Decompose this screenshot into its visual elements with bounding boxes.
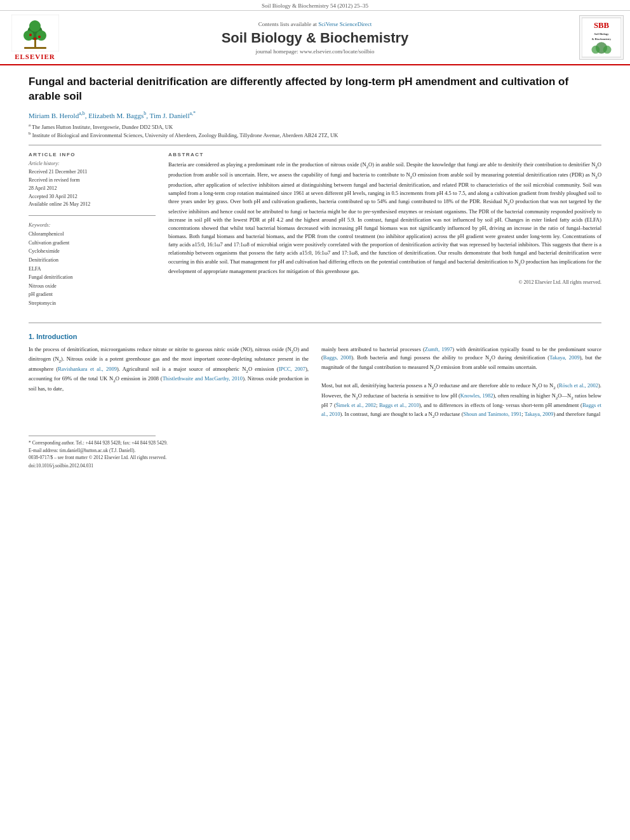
affil-sup-a2: a,* — [189, 110, 196, 116]
contents-text: Contents lists available at — [258, 21, 317, 27]
authors-line: Miriam B. Herolda,b, Elizabeth M. Baggsb… — [29, 110, 601, 119]
svg-point-8 — [34, 37, 36, 40]
abstract-column: ABSTRACT Bacteria are considered as play… — [168, 152, 601, 312]
journal-reference: Soil Biology & Biochemistry 54 (2012) 25… — [262, 3, 368, 9]
svg-point-15 — [592, 46, 600, 54]
ref-rosch[interactable]: Rösch et al., 2002 — [559, 382, 598, 389]
article-content: Fungal and bacterial denitrification are… — [0, 65, 630, 478]
footnotes-area: * Corresponding author. Tel.: +44 844 92… — [29, 436, 601, 469]
sciverse-link[interactable]: SciVerse ScienceDirect — [318, 21, 372, 27]
article-info-label: ARTICLE INFO — [29, 152, 156, 157]
author-miriam: Miriam B. Herold — [29, 112, 79, 119]
kw-cultivation: Cultivation gradient — [29, 239, 156, 248]
ref-baggs2010[interactable]: Baggs et al., 2010 — [379, 402, 419, 408]
keywords-label: Keywords: — [29, 222, 156, 228]
email-note: E-mail address: tim.daniell@hutton.ac.uk… — [29, 447, 601, 454]
affiliation-b: b Institute of Biological and Environmen… — [29, 131, 601, 138]
affil-a-text: The James Hutton Institute, Invergowrie,… — [32, 123, 173, 130]
kw-cycloheximide: Cycloheximide — [29, 247, 156, 256]
open-access-note: 0038-0717/$ – see front matter © 2012 El… — [29, 454, 601, 461]
section-title-text: Introduction — [36, 333, 77, 340]
svg-text:SBB: SBB — [594, 21, 610, 30]
received-line: Received 21 December 2011 — [29, 168, 156, 177]
svg-point-6 — [29, 34, 32, 36]
article-info-abstract-area: ARTICLE INFO Article history: Received 2… — [29, 152, 601, 312]
journal-reference-bar: Soil Biology & Biochemistry 54 (2012) 25… — [0, 0, 630, 11]
svg-point-16 — [603, 46, 612, 54]
kw-denitrification: Denitrification — [29, 256, 156, 265]
svg-point-5 — [29, 20, 41, 32]
intro-col-1: In the process of denitrification, micro… — [29, 345, 309, 420]
svg-point-4 — [36, 30, 46, 41]
article-info-column: ARTICLE INFO Article history: Received 2… — [29, 152, 156, 312]
sup-b: b — [29, 131, 31, 136]
affil-sup-a: a,b — [79, 110, 85, 116]
elsevier-brand-text: ELSEVIER — [15, 53, 55, 60]
ref-zumft[interactable]: Zumft, 1997 — [425, 346, 453, 352]
kw-ph: pH gradient — [29, 290, 156, 299]
ref-thistlethwaite[interactable]: Thistlethwaite and MacGarthy, 2010 — [163, 375, 243, 382]
kw-elfa: ELFA — [29, 265, 156, 274]
affil-b-text: Institute of Biological and Environmenta… — [32, 132, 338, 138]
available-line: Available online 26 May 2012 — [29, 201, 156, 209]
journal-title-area: Contents lists available at SciVerse Sci… — [64, 21, 566, 55]
author-elizabeth: Elizabeth M. Baggs — [88, 112, 144, 119]
page: Soil Biology & Biochemistry 54 (2012) 25… — [0, 0, 630, 840]
svg-point-7 — [38, 36, 41, 38]
keywords-divider — [29, 215, 156, 216]
elsevier-logo-area: ELSEVIER — [6, 15, 64, 60]
divider-1 — [29, 145, 601, 145]
ref-takaya2009a[interactable]: Takaya, 2009 — [549, 354, 580, 361]
sbb-logo-area: SBB Soil Biology & Biochemistry — [566, 15, 624, 60]
sup-a: a — [29, 123, 30, 128]
sciverse-line: Contents lists available at SciVerse Sci… — [70, 21, 560, 27]
article-history: Article history: Received 21 December 20… — [29, 161, 156, 209]
sbb-logo-icon: SBB Soil Biology & Biochemistry — [582, 16, 621, 59]
affil-sup-b: b — [144, 110, 146, 116]
journal-homepage: journal homepage: www.elsevier.com/locat… — [70, 48, 560, 55]
keywords-section: Keywords: Chloramphenicol Cultivation gr… — [29, 222, 156, 307]
sbb-logo: SBB Soil Biology & Biochemistry — [579, 15, 624, 60]
keywords-list: Chloramphenicol Cultivation gradient Cyc… — [29, 230, 156, 307]
ref-takaya2009b[interactable]: Takaya, 2009 — [525, 411, 554, 417]
journal-header: ELSEVIER Contents lists available at Sci… — [0, 11, 630, 65]
elsevier-tree-icon — [11, 15, 59, 51]
intro-col-2: mainly been attributed to bacterial proc… — [321, 345, 601, 420]
kw-streptomycin: Streptomycin — [29, 299, 156, 308]
introduction-section: 1. Introduction In the process of denitr… — [29, 333, 601, 420]
divider-2 — [29, 323, 601, 323]
section-number: 1. — [29, 333, 34, 340]
svg-rect-1 — [34, 39, 36, 48]
svg-point-3 — [23, 30, 34, 41]
svg-rect-9 — [24, 47, 46, 49]
received-date: Received 21 December 2011 Received in re… — [29, 168, 156, 209]
affiliation-a: a The James Hutton Institute, Invergowri… — [29, 123, 601, 130]
abstract-label: ABSTRACT — [168, 152, 601, 157]
ref-simek[interactable]: Šimek et al., 2002 — [336, 402, 376, 408]
journal-title: Soil Biology & Biochemistry — [70, 30, 560, 46]
received-revised-line: Received in revised form28 April 2012 — [29, 177, 156, 193]
ref-shoun[interactable]: Shoun and Tanimoto, 1991 — [464, 411, 522, 417]
ref-ravishankara[interactable]: Ravishankara et al., 2009 — [58, 366, 117, 372]
article-title: Fungal and bacterial denitrification are… — [29, 75, 601, 104]
ref-knowles[interactable]: Knowles, 1982 — [460, 392, 493, 399]
abstract-text: Bacteria are considered as playing a pre… — [168, 161, 601, 276]
svg-text:& Biochemistry: & Biochemistry — [592, 37, 612, 41]
copyright-line: © 2012 Elsevier Ltd. All rights reserved… — [168, 279, 601, 285]
ref-baggs2008[interactable]: Baggs, 2008 — [323, 354, 351, 361]
history-label: Article history: — [29, 161, 156, 166]
introduction-columns: In the process of denitrification, micro… — [29, 345, 601, 420]
introduction-heading: 1. Introduction — [29, 333, 601, 340]
kw-chloramphenicol: Chloramphenicol — [29, 230, 156, 239]
accepted-line: Accepted 30 April 2012 — [29, 193, 156, 201]
kw-fungal: Fungal denitrification — [29, 273, 156, 282]
ref-ipcc[interactable]: IPCC, 2007 — [279, 366, 305, 372]
kw-nitrous: Nitrous oxide — [29, 282, 156, 291]
author-tim: Tim J. Daniell — [150, 112, 190, 119]
corresponding-author-note: * Corresponding author. Tel.: +44 844 92… — [29, 439, 601, 446]
svg-text:Soil Biology: Soil Biology — [594, 32, 609, 36]
doi-line: doi:10.1016/j.soilbio.2012.04.031 — [29, 463, 601, 469]
footnote-divider — [29, 436, 156, 436]
